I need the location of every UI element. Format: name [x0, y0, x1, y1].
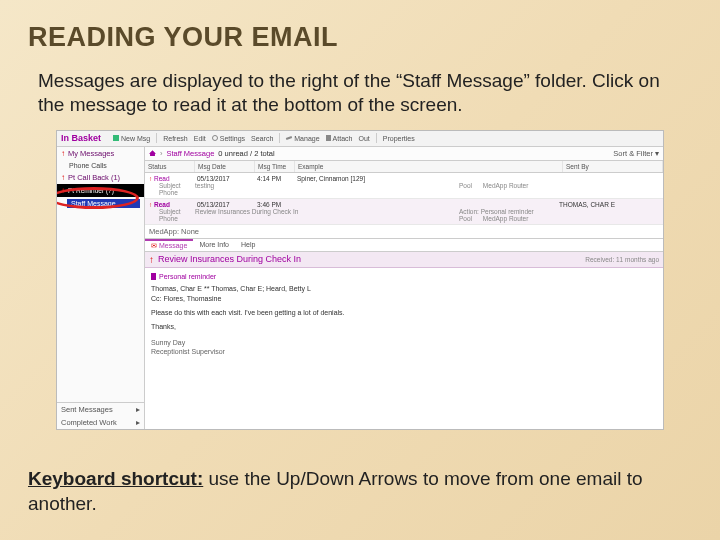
col-time[interactable]: Msg Time	[255, 161, 295, 172]
col-desc[interactable]: Example	[295, 161, 563, 172]
sort-filter-label: Sort & Filter	[613, 149, 653, 158]
column-headers: Status Msg Date Msg Time Example Sent By	[145, 161, 663, 173]
row-subject-label: Subject	[149, 208, 195, 215]
col-status[interactable]: Status	[145, 161, 195, 172]
settings-label: Settings	[220, 135, 245, 142]
manage-label: Manage	[294, 135, 319, 142]
slide-title: READING YOUR EMAIL	[0, 0, 720, 63]
tab-message[interactable]: ✉Message	[145, 239, 193, 251]
person-icon	[326, 135, 331, 141]
sidebar-label: My Messages	[68, 149, 114, 158]
detail-cc: Cc: Flores, Thomasine	[151, 294, 657, 304]
new-msg-label: New Msg	[121, 135, 150, 142]
edit-button[interactable]: Edit	[194, 135, 206, 142]
row-sent	[559, 175, 659, 182]
row-date: 05/13/2017	[197, 201, 257, 208]
slide-paragraph: Messages are displayed to the right of t…	[0, 63, 720, 128]
properties-label: Properties	[383, 135, 415, 142]
signature-name: Sunny Day	[151, 338, 657, 348]
priority-arrow-icon: ↑	[61, 173, 65, 182]
message-row[interactable]: ↑ Read 05/13/2017 4:14 PM Spiner, Cinnam…	[145, 173, 663, 199]
row-patient	[297, 201, 559, 208]
priority-arrow-icon: ↑	[149, 254, 154, 265]
row-date: 05/13/2017	[197, 175, 257, 182]
detail-received: Received: 11 months ago	[585, 256, 659, 263]
row-time: 3:46 PM	[257, 201, 297, 208]
search-label: Search	[251, 135, 273, 142]
edit-label: Edit	[194, 135, 206, 142]
priority-arrow-icon: ↑	[61, 186, 65, 195]
tab-help-label: Help	[241, 241, 255, 248]
breadcrumb-current: Staff Message	[167, 149, 215, 158]
inbasket-screenshot: In Basket New Msg Refresh Edit Settings …	[56, 130, 664, 430]
breadcrumb: › Staff Message 0 unread / 2 total Sort …	[145, 147, 663, 161]
refresh-label: Refresh	[163, 135, 188, 142]
new-icon	[113, 135, 119, 141]
sidebar-item-sent[interactable]: Sent Messages▸	[57, 403, 144, 416]
app-toolbar: In Basket New Msg Refresh Edit Settings …	[57, 131, 663, 147]
signature-title: Receptionist Supervisor	[151, 347, 657, 357]
main-pane: › Staff Message 0 unread / 2 total Sort …	[145, 147, 663, 429]
sidebar-label: Completed Work	[61, 418, 117, 427]
settings-button[interactable]: Settings	[212, 135, 245, 142]
row-subject-label: Subject	[149, 182, 195, 189]
wrench-icon	[286, 136, 292, 140]
row-phone-label: Phone	[149, 189, 195, 196]
tab-help[interactable]: Help	[235, 239, 261, 251]
detail-flag: Personal reminder	[151, 272, 657, 282]
priority-arrow-icon: ↑	[61, 149, 65, 158]
sidebar-item-completed[interactable]: Completed Work▸	[57, 416, 144, 429]
detail-to: Thomas, Char E ** Thomas, Char E; Heard,…	[151, 284, 657, 294]
sidebar-label: Sent Messages	[61, 405, 113, 414]
search-button[interactable]: Search	[251, 135, 273, 142]
row-phone-label: Phone	[149, 215, 195, 222]
properties-button[interactable]: Properties	[383, 135, 415, 142]
detail-body-text: Please do this with each visit. I've bee…	[151, 308, 657, 318]
sort-filter-button[interactable]: Sort & Filter ▾	[613, 149, 659, 158]
new-msg-button[interactable]: New Msg	[113, 135, 150, 142]
footer-label: Keyboard shortcut:	[28, 468, 203, 489]
row-time: 4:14 PM	[257, 175, 297, 182]
app-title: In Basket	[61, 133, 101, 143]
row-pool: Pool MedApp Router	[459, 215, 659, 222]
breadcrumb-meta: 0 unread / 2 total	[218, 149, 274, 158]
tab-message-label: Message	[159, 242, 187, 249]
gear-icon	[212, 135, 218, 141]
row-action: Action: Personal reminder	[459, 208, 659, 215]
row-status: ↑ Read	[149, 201, 197, 208]
sidebar-item-callback[interactable]: ↑Pt Call Back (1)	[57, 171, 144, 184]
sidebar-label: Pt Call Back (1)	[68, 173, 120, 182]
attach-button[interactable]: Attach	[326, 135, 353, 142]
row-status: ↑ Read	[149, 175, 197, 182]
row-subject: testing	[195, 182, 295, 189]
slide-footer: Keyboard shortcut: use the Up/Down Arrow…	[0, 459, 720, 526]
detail-thanks: Thanks,	[151, 322, 657, 332]
out-label: Out	[358, 135, 369, 142]
refresh-button[interactable]: Refresh	[163, 135, 188, 142]
detail-flag-label: Personal reminder	[159, 272, 216, 282]
message-row[interactable]: ↑ Read 05/13/2017 3:46 PM THOMAS, CHAR E…	[145, 199, 663, 225]
sidebar-item-staff-message[interactable]: Staff Message	[67, 199, 140, 208]
out-button[interactable]: Out	[358, 135, 369, 142]
manage-button[interactable]: Manage	[286, 135, 319, 142]
chevron-right-icon: ›	[160, 149, 163, 158]
home-icon[interactable]	[149, 150, 156, 156]
sidebar-item-phone[interactable]: Phone Calls	[57, 160, 144, 171]
detail-header: ↑ Review Insurances During Check In Rece…	[145, 252, 663, 268]
col-sent[interactable]: Sent By	[563, 161, 663, 172]
sidebar: ↑My Messages Phone Calls ↑Pt Call Back (…	[57, 147, 145, 429]
detail-body: Personal reminder Thomas, Char E ** Thom…	[145, 268, 663, 362]
row-subject: Review Insurances During Check In	[195, 208, 355, 215]
flag-icon	[151, 273, 156, 280]
sidebar-item-reminder[interactable]: ↑Pt Reminder (?)	[57, 184, 144, 197]
attachment-bar: MedApp: None	[145, 225, 663, 239]
row-sent: THOMAS, CHAR E	[559, 201, 659, 208]
row-patient: Spiner, Cinnamon [129]	[297, 175, 559, 182]
col-date[interactable]: Msg Date	[195, 161, 255, 172]
attach-label: Attach	[333, 135, 353, 142]
sidebar-label: Pt Reminder (?)	[68, 187, 114, 194]
tab-more-label: More Info	[199, 241, 229, 248]
sidebar-item-my-messages[interactable]: ↑My Messages	[57, 147, 144, 160]
row-pool: Pool MedApp Router	[459, 182, 659, 189]
tab-more-info[interactable]: More Info	[193, 239, 235, 251]
